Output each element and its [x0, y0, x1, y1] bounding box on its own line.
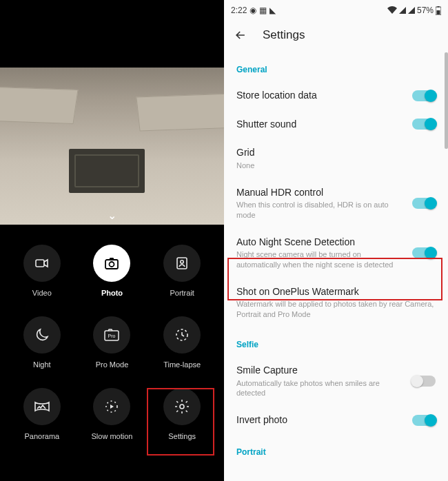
row-sub: When this control is disabled, HDR is on…	[236, 200, 405, 220]
camera-modes-panel: ⌄ Video Photo Portrait Night	[0, 0, 224, 481]
status-bar: 2:22 ◉ ▦ ◣ 57%	[224, 0, 448, 18]
mode-label: Photo	[101, 289, 123, 297]
row-store-location[interactable]: Store location data	[236, 81, 436, 110]
mode-label: Pro Mode	[96, 360, 129, 369]
svg-rect-11	[437, 10, 440, 14]
mode-label: Settings	[168, 432, 196, 440]
toggle-store-location[interactable]	[412, 90, 436, 101]
row-auto-night[interactable]: Auto Night Scene Detection Night scene c…	[236, 228, 436, 278]
mode-grid: Video Photo Portrait Night Pro Pro Mode	[0, 245, 224, 440]
status-time: 2:22	[231, 6, 247, 15]
moon-icon	[23, 316, 61, 354]
mode-timelapse[interactable]: Time-lapse	[150, 316, 214, 369]
row-sub: Watermark will be applied to photos take…	[236, 299, 436, 319]
row-sub: None	[236, 161, 436, 170]
mode-night[interactable]: Night	[10, 316, 74, 369]
toggle-smile-capture[interactable]	[412, 376, 436, 387]
chevron-down-icon[interactable]: ⌄	[108, 209, 116, 222]
panorama-icon	[23, 388, 61, 425]
gear-icon	[163, 388, 201, 425]
svg-point-9	[180, 405, 184, 409]
mode-portrait[interactable]: Portrait	[150, 245, 214, 297]
svg-text:Pro: Pro	[108, 334, 116, 338]
row-sub: Automatically take photos when smiles ar…	[236, 378, 405, 398]
mode-label: Panorama	[24, 432, 59, 440]
svg-rect-0	[36, 260, 44, 267]
toggle-auto-night[interactable]	[412, 247, 436, 258]
pro-icon: Pro	[93, 316, 130, 354]
row-shutter-sound[interactable]: Shutter sound	[236, 110, 436, 139]
app-bar: Settings	[224, 18, 448, 52]
svg-point-2	[110, 262, 114, 267]
mode-slowmotion[interactable]: Slow motion	[80, 388, 145, 440]
wifi-icon	[387, 6, 397, 14]
video-icon	[23, 245, 61, 282]
mode-photo[interactable]: Photo	[80, 245, 145, 297]
slowmo-icon	[93, 388, 130, 425]
toggle-invert-photo[interactable]	[412, 415, 436, 426]
row-label: Invert photo	[236, 414, 405, 427]
row-label: Manual HDR control	[236, 187, 405, 199]
camera-viewfinder: ⌄	[0, 68, 224, 225]
timelapse-icon	[163, 316, 201, 354]
back-icon[interactable]	[234, 28, 247, 42]
image-icon: ▦	[259, 6, 267, 15]
section-header-selfie: Selfie	[236, 327, 436, 356]
section-header-portrait: Portrait	[236, 435, 436, 464]
row-label: Auto Night Scene Detection	[236, 236, 405, 249]
toggle-shutter-sound[interactable]	[412, 119, 436, 130]
row-label: Smile Capture	[236, 365, 405, 377]
row-invert-photo[interactable]: Invert photo	[236, 406, 436, 435]
location-icon: ◉	[250, 6, 256, 15]
svg-point-4	[181, 260, 183, 263]
mode-panorama[interactable]: Panorama	[10, 388, 74, 440]
mode-label: Video	[32, 289, 52, 297]
scrollbar[interactable]	[445, 52, 448, 149]
row-grid[interactable]: Grid None	[236, 139, 436, 178]
mode-label: Night	[33, 360, 51, 369]
row-sub: Night scene camera will be turned on aut…	[236, 249, 405, 269]
signal-icon	[408, 7, 415, 14]
row-label: Shutter sound	[236, 119, 405, 131]
page-title: Settings	[263, 28, 305, 42]
battery-icon	[436, 6, 441, 15]
mode-label: Time-lapse	[163, 360, 201, 369]
row-label: Store location data	[236, 90, 405, 102]
settings-list[interactable]: General Store location data Shutter soun…	[224, 52, 448, 481]
toggle-manual-hdr[interactable]	[412, 198, 436, 209]
signal-icon	[399, 7, 406, 14]
row-label: Grid	[236, 147, 436, 159]
svg-rect-12	[438, 6, 440, 8]
camera-icon	[93, 245, 130, 282]
mode-label: Slow motion	[92, 432, 133, 440]
battery-text: 57%	[417, 6, 434, 15]
settings-screen: 2:22 ◉ ▦ ◣ 57% Settings G	[224, 0, 448, 481]
row-manual-hdr[interactable]: Manual HDR control When this control is …	[236, 178, 436, 228]
portrait-icon	[163, 245, 201, 282]
tag-icon: ◣	[269, 6, 276, 15]
section-header-general: General	[236, 52, 436, 81]
row-watermark[interactable]: Shot on OnePlus Watermark Watermark will…	[236, 278, 436, 327]
mode-pro[interactable]: Pro Pro Mode	[80, 316, 145, 369]
mode-label: Portrait	[170, 289, 194, 297]
svg-rect-1	[105, 260, 118, 269]
mode-settings[interactable]: Settings	[150, 388, 214, 440]
row-label: Shot on OnePlus Watermark	[236, 286, 436, 298]
mode-video[interactable]: Video	[10, 245, 74, 297]
row-smile-capture[interactable]: Smile Capture Automatically take photos …	[236, 356, 436, 406]
